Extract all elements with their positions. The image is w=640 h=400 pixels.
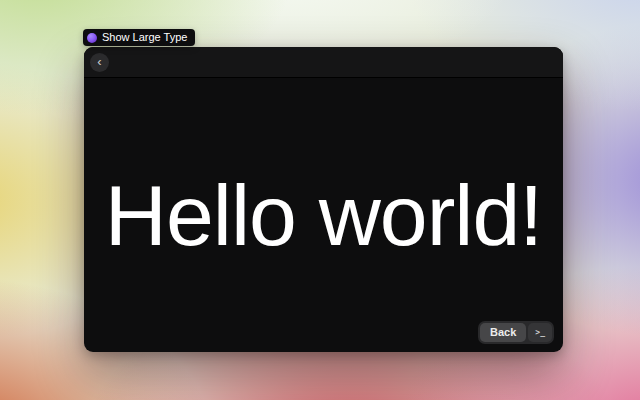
window-header: ‹: [84, 47, 563, 78]
large-type-content: Hello world!: [84, 78, 563, 352]
command-tooltip: Show Large Type: [83, 29, 195, 46]
chevron-left-icon: ‹: [97, 55, 101, 68]
action-bar: Back >_: [478, 321, 554, 344]
back-button-label: Back: [480, 323, 526, 342]
large-type-text: Hello world!: [105, 172, 542, 258]
command-tooltip-label: Show Large Type: [102, 29, 187, 46]
large-type-extension-icon: [87, 33, 97, 43]
back-circle-button[interactable]: ‹: [90, 53, 109, 72]
enter-shortcut-icon: >_: [535, 329, 545, 337]
shortcut-key-badge: >_: [528, 323, 552, 342]
back-button[interactable]: Back >_: [478, 321, 554, 344]
large-type-window: ‹ Hello world! Back >_: [84, 47, 563, 352]
